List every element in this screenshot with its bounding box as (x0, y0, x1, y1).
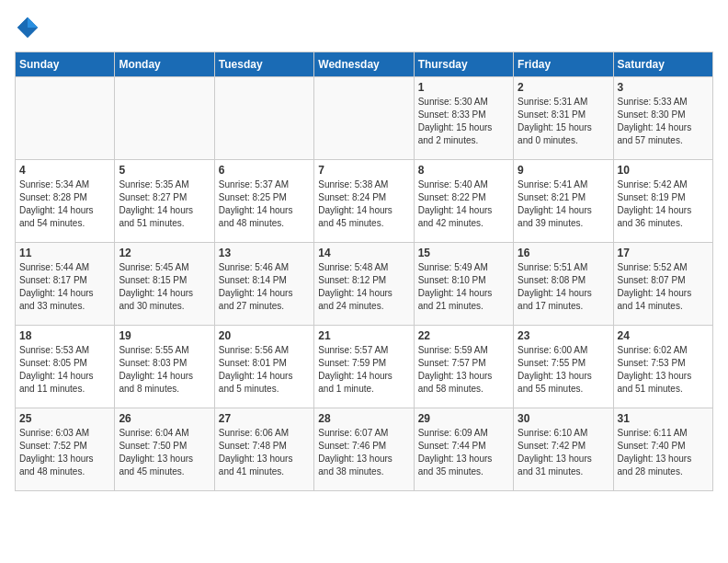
calendar-cell: 4Sunrise: 5:34 AM Sunset: 8:28 PM Daylig… (16, 160, 115, 243)
calendar-cell (214, 77, 313, 160)
day-info: Sunrise: 5:46 AM Sunset: 8:14 PM Dayligh… (219, 261, 310, 313)
calendar-body: 1Sunrise: 5:30 AM Sunset: 8:33 PM Daylig… (16, 77, 713, 491)
day-info: Sunrise: 6:03 AM Sunset: 7:52 PM Dayligh… (19, 427, 110, 478)
calendar-cell: 28Sunrise: 6:07 AM Sunset: 7:46 PM Dayli… (314, 408, 414, 491)
day-number: 6 (219, 164, 310, 177)
header-day-friday: Friday (514, 52, 613, 77)
calendar-cell: 24Sunrise: 6:02 AM Sunset: 7:53 PM Dayli… (613, 326, 712, 408)
header-row: SundayMondayTuesdayWednesdayThursdayFrid… (16, 52, 713, 77)
calendar-cell: 3Sunrise: 5:33 AM Sunset: 8:30 PM Daylig… (613, 77, 712, 160)
day-info: Sunrise: 5:52 AM Sunset: 8:07 PM Dayligh… (618, 261, 709, 313)
calendar-cell: 30Sunrise: 6:10 AM Sunset: 7:42 PM Dayli… (514, 408, 613, 491)
logo (15, 15, 44, 40)
calendar-cell: 5Sunrise: 5:35 AM Sunset: 8:27 PM Daylig… (115, 160, 214, 243)
header-day-monday: Monday (115, 52, 214, 77)
header-day-tuesday: Tuesday (214, 52, 313, 77)
day-number: 14 (318, 247, 409, 259)
calendar-cell: 8Sunrise: 5:40 AM Sunset: 8:22 PM Daylig… (414, 160, 513, 243)
day-number: 9 (518, 164, 609, 177)
logo-icon (15, 15, 40, 40)
day-info: Sunrise: 5:44 AM Sunset: 8:17 PM Dayligh… (19, 261, 110, 313)
header-day-sunday: Sunday (16, 52, 115, 77)
day-number: 3 (618, 81, 709, 94)
calendar-cell: 21Sunrise: 5:57 AM Sunset: 7:59 PM Dayli… (314, 326, 414, 408)
calendar-cell: 16Sunrise: 5:51 AM Sunset: 8:08 PM Dayli… (514, 243, 613, 326)
day-info: Sunrise: 6:00 AM Sunset: 7:55 PM Dayligh… (518, 344, 609, 396)
day-info: Sunrise: 5:53 AM Sunset: 8:05 PM Dayligh… (19, 344, 110, 396)
day-info: Sunrise: 5:49 AM Sunset: 8:10 PM Dayligh… (418, 261, 509, 313)
day-info: Sunrise: 5:51 AM Sunset: 8:08 PM Dayligh… (518, 261, 609, 313)
calendar-cell: 6Sunrise: 5:37 AM Sunset: 8:25 PM Daylig… (214, 160, 313, 243)
calendar-cell: 31Sunrise: 6:11 AM Sunset: 7:40 PM Dayli… (613, 408, 712, 491)
calendar-cell: 23Sunrise: 6:00 AM Sunset: 7:55 PM Dayli… (514, 326, 613, 408)
svg-marker-2 (17, 17, 28, 28)
calendar-cell (16, 77, 115, 160)
day-info: Sunrise: 5:38 AM Sunset: 8:24 PM Dayligh… (318, 178, 409, 230)
day-number: 22 (418, 329, 509, 342)
calendar-cell: 11Sunrise: 5:44 AM Sunset: 8:17 PM Dayli… (16, 243, 115, 326)
day-number: 28 (318, 412, 409, 425)
week-row-1: 1Sunrise: 5:30 AM Sunset: 8:33 PM Daylig… (16, 77, 713, 160)
day-number: 15 (418, 247, 509, 259)
day-info: Sunrise: 5:40 AM Sunset: 8:22 PM Dayligh… (418, 178, 509, 230)
svg-marker-1 (28, 17, 38, 28)
day-info: Sunrise: 5:41 AM Sunset: 8:21 PM Dayligh… (518, 178, 609, 230)
header-day-wednesday: Wednesday (314, 52, 414, 77)
day-number: 29 (418, 412, 509, 425)
day-info: Sunrise: 5:57 AM Sunset: 7:59 PM Dayligh… (318, 344, 409, 396)
day-number: 11 (19, 247, 110, 259)
calendar-table: SundayMondayTuesdayWednesdayThursdayFrid… (15, 52, 713, 491)
day-number: 1 (418, 81, 509, 94)
day-number: 31 (618, 412, 709, 425)
week-row-2: 4Sunrise: 5:34 AM Sunset: 8:28 PM Daylig… (16, 160, 713, 243)
calendar-cell: 19Sunrise: 5:55 AM Sunset: 8:03 PM Dayli… (115, 326, 214, 408)
day-number: 25 (19, 412, 110, 425)
day-info: Sunrise: 5:45 AM Sunset: 8:15 PM Dayligh… (119, 261, 210, 313)
day-info: Sunrise: 5:30 AM Sunset: 8:33 PM Dayligh… (418, 96, 509, 147)
calendar-cell (115, 77, 214, 160)
calendar-cell: 1Sunrise: 5:30 AM Sunset: 8:33 PM Daylig… (414, 77, 513, 160)
week-row-4: 18Sunrise: 5:53 AM Sunset: 8:05 PM Dayli… (16, 326, 713, 408)
day-info: Sunrise: 5:34 AM Sunset: 8:28 PM Dayligh… (19, 178, 110, 230)
calendar-header: SundayMondayTuesdayWednesdayThursdayFrid… (16, 52, 713, 77)
day-info: Sunrise: 5:35 AM Sunset: 8:27 PM Dayligh… (119, 178, 210, 230)
day-info: Sunrise: 5:37 AM Sunset: 8:25 PM Dayligh… (219, 178, 310, 230)
day-number: 16 (518, 247, 609, 259)
header-day-thursday: Thursday (414, 52, 513, 77)
day-number: 23 (518, 329, 609, 342)
header-day-saturday: Saturday (613, 52, 712, 77)
day-number: 10 (618, 164, 709, 177)
day-info: Sunrise: 6:06 AM Sunset: 7:48 PM Dayligh… (219, 427, 310, 478)
day-number: 17 (618, 247, 709, 259)
calendar-cell: 2Sunrise: 5:31 AM Sunset: 8:31 PM Daylig… (514, 77, 613, 160)
day-number: 24 (618, 329, 709, 342)
calendar-cell: 13Sunrise: 5:46 AM Sunset: 8:14 PM Dayli… (214, 243, 313, 326)
week-row-5: 25Sunrise: 6:03 AM Sunset: 7:52 PM Dayli… (16, 408, 713, 491)
day-info: Sunrise: 6:09 AM Sunset: 7:44 PM Dayligh… (418, 427, 509, 478)
calendar-cell: 14Sunrise: 5:48 AM Sunset: 8:12 PM Dayli… (314, 243, 414, 326)
day-info: Sunrise: 5:55 AM Sunset: 8:03 PM Dayligh… (119, 344, 210, 396)
calendar-cell: 10Sunrise: 5:42 AM Sunset: 8:19 PM Dayli… (613, 160, 712, 243)
day-info: Sunrise: 5:59 AM Sunset: 7:57 PM Dayligh… (418, 344, 509, 396)
day-number: 27 (219, 412, 310, 425)
day-info: Sunrise: 5:31 AM Sunset: 8:31 PM Dayligh… (518, 96, 609, 147)
day-info: Sunrise: 5:56 AM Sunset: 8:01 PM Dayligh… (219, 344, 310, 396)
day-info: Sunrise: 6:11 AM Sunset: 7:40 PM Dayligh… (618, 427, 709, 478)
calendar-cell: 20Sunrise: 5:56 AM Sunset: 8:01 PM Dayli… (214, 326, 313, 408)
day-info: Sunrise: 6:10 AM Sunset: 7:42 PM Dayligh… (518, 427, 609, 478)
day-number: 20 (219, 329, 310, 342)
calendar-cell: 9Sunrise: 5:41 AM Sunset: 8:21 PM Daylig… (514, 160, 613, 243)
calendar-cell: 25Sunrise: 6:03 AM Sunset: 7:52 PM Dayli… (16, 408, 115, 491)
week-row-3: 11Sunrise: 5:44 AM Sunset: 8:17 PM Dayli… (16, 243, 713, 326)
day-number: 7 (318, 164, 409, 177)
calendar-cell: 7Sunrise: 5:38 AM Sunset: 8:24 PM Daylig… (314, 160, 414, 243)
day-info: Sunrise: 5:48 AM Sunset: 8:12 PM Dayligh… (318, 261, 409, 313)
day-info: Sunrise: 6:07 AM Sunset: 7:46 PM Dayligh… (318, 427, 409, 478)
day-number: 5 (119, 164, 210, 177)
calendar-cell: 12Sunrise: 5:45 AM Sunset: 8:15 PM Dayli… (115, 243, 214, 326)
day-number: 26 (119, 412, 210, 425)
page-header (15, 15, 713, 40)
day-number: 4 (19, 164, 110, 177)
day-info: Sunrise: 5:42 AM Sunset: 8:19 PM Dayligh… (618, 178, 709, 230)
day-info: Sunrise: 6:02 AM Sunset: 7:53 PM Dayligh… (618, 344, 709, 396)
